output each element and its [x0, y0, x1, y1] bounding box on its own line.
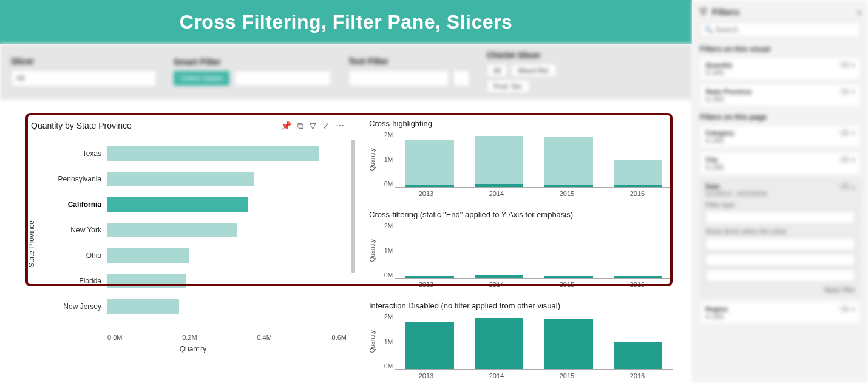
bar[interactable]: [107, 274, 186, 288]
chiclet-item[interactable]: All: [487, 64, 507, 77]
chart-title: Interaction Disabled (no filter applied …: [369, 301, 673, 310]
smart-filter-label: Smart Filter: [174, 57, 331, 67]
chart-scrollbar[interactable]: [351, 140, 355, 273]
clear-icon[interactable]: ⌫: [839, 129, 849, 137]
bar[interactable]: [107, 172, 254, 186]
bar[interactable]: [107, 299, 179, 314]
column-bar[interactable]: [544, 314, 593, 369]
more-options-icon[interactable]: ⋯: [336, 121, 344, 130]
clear-icon[interactable]: ⌫: [839, 305, 849, 313]
slicer-dropdown[interactable]: Slicer All: [11, 56, 157, 87]
chevron-down-icon[interactable]: ▾: [852, 61, 855, 69]
y-axis-tick-label: 1M: [378, 248, 393, 254]
clear-icon[interactable]: ⌫: [839, 183, 849, 191]
column-bar[interactable]: [614, 314, 662, 369]
chevron-up-icon[interactable]: ▴: [852, 183, 855, 191]
apply-filter-link[interactable]: Apply filter: [705, 286, 855, 293]
y-axis-tick-label: 0M: [378, 363, 393, 370]
chevron-down-icon[interactable]: ▾: [852, 129, 855, 137]
column-bar[interactable]: [544, 223, 593, 278]
bar-row[interactable]: [107, 217, 347, 243]
pin-icon[interactable]: 📌: [281, 121, 291, 130]
relative-unit-select[interactable]: [705, 269, 855, 282]
x-axis-tick-label: 2013: [419, 190, 433, 197]
clear-icon[interactable]: ⌫: [839, 156, 849, 164]
filter-card-name: Category: [705, 129, 855, 137]
x-axis-tick-label: 0.4M: [257, 334, 271, 341]
clear-icon[interactable]: ⌫: [839, 61, 849, 69]
filter-card[interactable]: Quantity is (All) ⌫▾: [700, 57, 861, 80]
column-bar[interactable]: [475, 132, 523, 187]
column-bar[interactable]: [544, 132, 593, 187]
title-banner: Cross Filtering, Filter Pane, Slicers: [0, 0, 692, 44]
column-bar-highlight: [614, 342, 662, 369]
chevron-down-icon[interactable]: ▾: [852, 305, 855, 313]
bar-row[interactable]: [107, 166, 347, 192]
column-bar[interactable]: [614, 223, 662, 278]
x-axis-title: Quantity: [180, 345, 207, 353]
y-axis-category-label: Ohio: [39, 243, 106, 268]
filters-pane[interactable]: ▽ Filters › 🔍 Search Filters on this vis…: [692, 0, 868, 383]
chart-quantity-by-state[interactable]: Quantity by State Province 📌 ⧉ ▽ ⤢ ⋯ Sta…: [27, 117, 347, 374]
y-axis-category-label: California: [39, 192, 106, 217]
bar-row[interactable]: [107, 243, 347, 268]
clear-icon[interactable]: ⌫: [839, 88, 849, 96]
bar-row[interactable]: [107, 294, 347, 319]
column-bar[interactable]: [405, 132, 454, 187]
filter-type-select[interactable]: [705, 211, 855, 224]
filter-card[interactable]: Category is (All) ⌫▾: [700, 125, 861, 148]
bar[interactable]: [107, 146, 319, 161]
chevron-down-icon[interactable]: ▾: [852, 88, 855, 96]
bar-row[interactable]: [107, 268, 347, 294]
bar[interactable]: [107, 223, 237, 237]
copy-icon[interactable]: ⧉: [297, 121, 303, 131]
column-bar[interactable]: [405, 223, 454, 278]
slicer-label: Slicer: [11, 56, 157, 66]
filter-card[interactable]: City is (All) ⌫▾: [700, 152, 861, 175]
bar[interactable]: [107, 197, 248, 212]
text-filter-label: Text Filter: [348, 56, 470, 66]
text-filter-input[interactable]: [348, 70, 449, 87]
filter-card[interactable]: State Province is (All) ⌫▾: [700, 84, 861, 107]
chiclet-slicer[interactable]: Chiclet Slicer All Mixed Ret. Prod. Sto.: [487, 50, 557, 93]
smart-filter[interactable]: Smart Filter United States: [174, 57, 331, 86]
y-axis-category-label: Texas: [39, 141, 106, 166]
bar-row[interactable]: [107, 192, 347, 217]
filter-card-summary: is (All): [705, 137, 855, 144]
chevron-down-icon[interactable]: ▾: [852, 156, 855, 164]
filter-card-date-expanded[interactable]: Date 1/1/2013 - 5/31/2016 ⌫▴ Filter type…: [700, 178, 861, 297]
chart-interaction-disabled[interactable]: Interaction Disabled (no filter applied …: [369, 301, 673, 380]
column-bar[interactable]: [614, 132, 662, 187]
column-bar-total: [405, 140, 454, 187]
relative-number-input[interactable]: [705, 253, 855, 266]
bar[interactable]: [107, 248, 189, 263]
y-axis-title: Quantity: [369, 239, 376, 262]
chart-cross-filtering[interactable]: Cross-filtering (static "End" applied to…: [369, 210, 673, 289]
text-filter[interactable]: Text Filter: [348, 56, 470, 87]
column-bar-total: [544, 137, 593, 187]
x-axis-tick-label: 2015: [560, 372, 574, 379]
column-bar[interactable]: [475, 314, 523, 369]
smart-filter-chip[interactable]: United States: [174, 71, 229, 86]
x-axis-tick-label: 2014: [489, 281, 504, 288]
column-bar[interactable]: [405, 314, 454, 369]
filter-card[interactable]: Region is (All) ⌫▾: [700, 301, 861, 324]
smart-filter-input[interactable]: [234, 70, 331, 86]
relative-condition-select[interactable]: [705, 237, 855, 251]
text-filter-search-button[interactable]: [453, 70, 470, 87]
chart-cross-highlighting[interactable]: Cross-highlighting Quantity 2M1M0M 20132…: [369, 119, 673, 198]
slicer-value[interactable]: All: [11, 70, 157, 87]
chiclet-item[interactable]: Prod. Sto.: [487, 80, 530, 93]
column-bar[interactable]: [475, 223, 523, 278]
filter-card-summary: is (All): [705, 313, 855, 320]
column-bar-highlight: [475, 275, 523, 278]
filters-search-input[interactable]: 🔍 Search: [700, 22, 861, 38]
chevron-right-icon[interactable]: ›: [858, 7, 861, 17]
x-axis-tick-label: 2016: [630, 190, 645, 197]
chiclet-item[interactable]: Mixed Ret.: [511, 64, 557, 77]
bar-row[interactable]: [107, 141, 347, 166]
column-bar-highlight: [405, 185, 454, 187]
filter-icon[interactable]: ▽: [310, 121, 316, 130]
focus-mode-icon[interactable]: ⤢: [322, 121, 330, 130]
filter-type-label: Filter type: [705, 201, 855, 208]
